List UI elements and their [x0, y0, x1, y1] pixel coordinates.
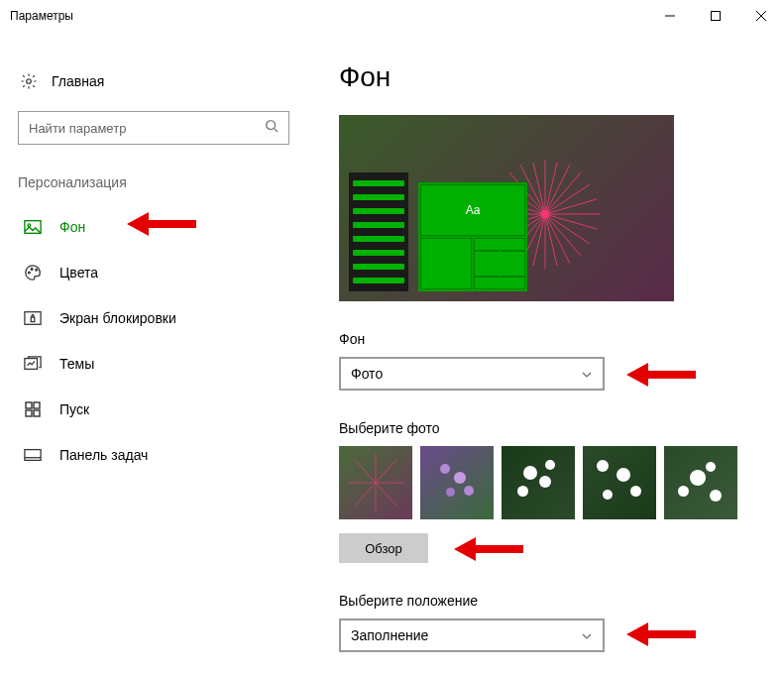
lock-screen-icon	[24, 309, 42, 327]
main-content: Фон Aa Фон Фото	[305, 61, 784, 652]
search-input[interactable]	[29, 121, 265, 136]
search-box[interactable]	[18, 111, 289, 145]
section-header: Персонализация	[12, 169, 305, 204]
sidebar-item-colors[interactable]: Цвета	[12, 250, 305, 295]
svg-point-4	[27, 79, 32, 84]
svg-line-53	[355, 460, 376, 483]
photo-thumbnails	[339, 446, 764, 519]
svg-rect-18	[34, 410, 40, 416]
start-icon	[24, 400, 42, 418]
chevron-down-icon	[581, 368, 593, 380]
photo-thumb[interactable]	[583, 446, 656, 519]
taskbar-icon	[24, 446, 42, 464]
fit-label: Выберите положение	[339, 593, 764, 609]
sidebar-item-label: Фон	[59, 219, 85, 235]
svg-line-45	[533, 163, 545, 214]
photo-thumb[interactable]	[339, 446, 412, 519]
svg-rect-1	[712, 12, 721, 21]
maximize-button[interactable]	[693, 0, 738, 32]
sidebar-item-lockscreen[interactable]: Экран блокировки	[12, 295, 305, 341]
svg-line-36	[545, 199, 597, 214]
themes-icon	[24, 355, 42, 373]
preview-tile-text: Aa	[420, 184, 525, 236]
svg-line-34	[545, 163, 557, 214]
svg-line-24	[545, 184, 590, 214]
gear-icon	[20, 72, 38, 90]
svg-rect-19	[25, 450, 41, 461]
svg-point-9	[29, 272, 31, 274]
sidebar-item-themes[interactable]: Темы	[12, 341, 305, 387]
svg-rect-16	[34, 402, 40, 408]
annotation-arrow	[624, 361, 696, 389]
background-type-label: Фон	[339, 331, 764, 347]
sidebar: Главная Персонализация Фон Цвета Э	[0, 61, 305, 652]
svg-line-26	[545, 214, 590, 244]
palette-icon	[24, 264, 42, 281]
svg-line-51	[355, 483, 376, 506]
sidebar-item-label: Цвета	[59, 265, 98, 281]
svg-line-47	[376, 460, 396, 483]
search-icon	[265, 119, 279, 137]
photo-thumb[interactable]	[664, 446, 737, 519]
svg-line-39	[545, 214, 557, 266]
sidebar-item-start[interactable]: Пуск	[12, 387, 305, 432]
combo-value: Фото	[351, 366, 383, 382]
svg-rect-12	[25, 312, 41, 325]
page-title: Фон	[339, 61, 764, 93]
chevron-down-icon	[581, 629, 593, 641]
picture-icon	[24, 218, 42, 236]
window-controls	[647, 0, 784, 32]
annotation-arrow	[624, 620, 696, 648]
sidebar-item-label: Панель задач	[59, 447, 148, 463]
photo-thumb[interactable]	[502, 446, 575, 519]
svg-line-6	[275, 129, 279, 133]
svg-line-37	[545, 214, 597, 229]
svg-rect-17	[26, 410, 32, 416]
svg-line-49	[376, 483, 396, 506]
svg-rect-13	[31, 317, 35, 322]
svg-point-10	[31, 269, 33, 271]
choose-photo-label: Выберите фото	[339, 420, 764, 436]
home-link[interactable]: Главная	[12, 61, 305, 101]
window-title: Параметры	[10, 9, 73, 23]
browse-button-label: Обзор	[365, 541, 402, 556]
sidebar-item-taskbar[interactable]: Панель задач	[12, 432, 305, 478]
sidebar-item-label: Экран блокировки	[59, 310, 176, 326]
close-button[interactable]	[738, 0, 784, 32]
browse-button[interactable]: Обзор	[339, 533, 428, 563]
fit-combo[interactable]: Заполнение	[339, 619, 605, 652]
svg-line-40	[533, 214, 545, 266]
annotation-arrow	[125, 210, 196, 238]
combo-value: Заполнение	[351, 627, 428, 643]
minimize-button[interactable]	[647, 0, 693, 32]
desktop-preview: Aa	[339, 115, 674, 301]
background-type-combo[interactable]: Фото	[339, 357, 605, 391]
sidebar-item-label: Пуск	[59, 401, 89, 417]
sidebar-item-label: Темы	[59, 356, 94, 372]
home-label: Главная	[52, 73, 104, 89]
photo-thumb[interactable]	[420, 446, 494, 519]
annotation-arrow	[452, 535, 523, 563]
svg-rect-15	[26, 402, 32, 408]
svg-point-5	[267, 121, 276, 130]
svg-point-11	[36, 269, 38, 271]
